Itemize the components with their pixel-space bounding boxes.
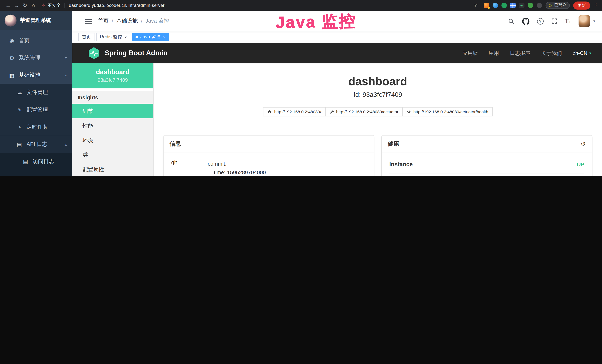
sba-nav-about[interactable]: 关于我们 xyxy=(541,50,562,57)
chevron-down-icon[interactable]: ▾ xyxy=(593,19,595,23)
sba-instance-header[interactable]: dashboard 93a3fc7f7409 xyxy=(72,64,153,88)
extension-leaf-icon[interactable] xyxy=(528,3,533,8)
sidebar-item-file-management[interactable]: ☁ 文件管理 xyxy=(0,84,72,101)
sidebar-item-label: 基础设施 xyxy=(19,72,40,78)
breadcrumb-home[interactable]: 首页 xyxy=(98,18,109,24)
extension-green-icon[interactable] xyxy=(502,3,507,8)
browser-menu-icon[interactable]: ⋮ xyxy=(593,0,598,11)
sba-body: dashboard 93a3fc7f7409 Insights 细节 性能 环境… xyxy=(72,64,602,176)
sba-logo-icon xyxy=(87,47,100,60)
sba-nav-applications[interactable]: 应用 xyxy=(489,50,499,57)
browser-toolbar: ← → ↻ ⌂ ⚠ 不安全 dashboard.yudao.iocoder.cn… xyxy=(0,0,602,11)
search-icon[interactable] xyxy=(508,18,514,24)
address-bar-divider xyxy=(64,3,65,8)
sidebar-item-system-management[interactable]: ⚙ 系统管理 ▾ xyxy=(0,49,72,66)
chevron-down-icon: ▾ xyxy=(65,56,67,60)
sba-content: dashboard Id: 93a3fc7f7409 http://192.16… xyxy=(153,64,602,176)
sba-item-environment[interactable]: 环境 xyxy=(72,133,153,147)
screen: ← → ↻ ⌂ ⚠ 不安全 dashboard.yudao.iocoder.cn… xyxy=(0,0,602,176)
paused-badge[interactable]: ☺ 已暂停 xyxy=(546,2,570,9)
breadcrumb-infrastructure[interactable]: 基础设施 xyxy=(116,18,138,24)
sidebar-item-label: 系统管理 xyxy=(19,54,40,61)
health-url-button[interactable]: http://192.168.0.2:48080/actuator/health xyxy=(402,107,493,117)
info-key: git xyxy=(171,159,208,176)
right-column: 健康 ↺ Instance UP xyxy=(382,136,592,176)
sidebar-item-scheduled-tasks[interactable]: ◔ 定时任务 xyxy=(0,118,72,136)
tab-java-monitor[interactable]: Java 监控 × xyxy=(132,33,169,41)
sidebar-item-home[interactable]: ◉ 首页 xyxy=(0,32,72,49)
page-subtitle: Id: 93a3fc7f7409 xyxy=(153,91,602,99)
sba-item-details[interactable]: 细节 xyxy=(72,104,153,118)
font-size-icon[interactable]: TT xyxy=(565,18,571,24)
bookmark-star-icon[interactable]: ☆ xyxy=(472,0,480,11)
health-instance-label: Instance xyxy=(389,161,413,167)
browser-reload-icon[interactable]: ↻ xyxy=(21,0,29,11)
tab-label: Redis 监控 xyxy=(100,34,122,40)
sba-locale-select[interactable]: zh-CN ▾ xyxy=(573,50,591,56)
app-title: 芋道管理系统 xyxy=(20,17,51,24)
sba-header: Spring Boot Admin 应用墙 应用 日志报表 关于我们 zh-CN… xyxy=(72,43,602,64)
user-avatar[interactable] xyxy=(579,15,590,27)
main-area: Java 监控 首页 / 基础设施 / Java 监控 ? TT xyxy=(72,11,602,176)
health-url-label: http://192.168.0.2:48080/actuator/health xyxy=(413,109,488,114)
extension-on-badge[interactable]: on xyxy=(519,3,525,8)
hamburger-icon[interactable] xyxy=(85,19,92,23)
tab-label: Java 监控 xyxy=(140,34,161,40)
tab-redis-monitor[interactable]: Redis 监控 × xyxy=(97,33,130,41)
close-icon[interactable]: × xyxy=(163,35,165,39)
health-instance-row[interactable]: Instance UP xyxy=(389,159,584,174)
document-icon: ▤ xyxy=(22,158,29,164)
sidebar-item-label: API 日志 xyxy=(27,141,47,148)
chevron-up-icon: ▴ xyxy=(65,73,67,77)
sidebar-item-config-management[interactable]: ✎ 配置管理 xyxy=(0,101,72,118)
extension-drop-icon[interactable] xyxy=(493,3,498,8)
navbar-actions: ? TT ▾ xyxy=(508,15,602,27)
browser-back-icon[interactable]: ← xyxy=(4,0,12,11)
tab-home[interactable]: 首页 xyxy=(78,33,94,41)
sba-nav-wallboard[interactable]: 应用墙 xyxy=(462,50,478,57)
browser-home-icon[interactable]: ⌂ xyxy=(29,0,38,11)
sidebar-item-api-logs[interactable]: ▤ API 日志 ▴ xyxy=(0,136,72,153)
help-icon[interactable]: ? xyxy=(537,18,543,24)
sidebar-item-error-logs[interactable]: ▤ 错误日志 xyxy=(0,170,72,176)
sidebar-item-label: 文件管理 xyxy=(27,89,48,96)
sba-item-performance[interactable]: 性能 xyxy=(72,118,153,133)
extension-grid-icon[interactable] xyxy=(510,3,516,8)
sba-item-classes[interactable]: 类 xyxy=(72,147,153,162)
sba-brand-label: Spring Boot Admin xyxy=(105,49,167,57)
instance-links: http://192.168.0.2:48080/ http://192.168… xyxy=(153,107,602,117)
edit-icon: ✎ xyxy=(16,107,23,113)
actuator-url-button[interactable]: http://192.168.0.2:48080/actuator xyxy=(325,107,402,117)
fullscreen-icon[interactable] xyxy=(551,18,557,24)
extension-paw-icon[interactable] xyxy=(537,3,542,8)
sba-brand[interactable]: Spring Boot Admin xyxy=(87,47,167,60)
security-warning[interactable]: ⚠ 不安全 xyxy=(42,2,61,8)
sidebar-item-label: 访问日志 xyxy=(33,158,54,165)
app-logo[interactable]: 芋道管理系统 xyxy=(0,11,72,30)
git-commit-time: time: 1596289704000 xyxy=(208,168,266,176)
service-url-button[interactable]: http://192.168.0.2:48080/ xyxy=(263,107,325,117)
address-bar[interactable]: dashboard.yudao.iocoder.cn/infra/admin-s… xyxy=(69,3,164,8)
instance-id: 93a3fc7f7409 xyxy=(72,77,153,83)
insights-group: Insights 细节 性能 环境 类 配置属性 计划任务 xyxy=(72,91,153,176)
sba-sidebar: dashboard 93a3fc7f7409 Insights 细节 性能 环境… xyxy=(72,64,153,176)
tab-label: 首页 xyxy=(82,34,91,40)
sidebar-item-access-logs[interactable]: ▤ 访问日志 xyxy=(0,153,72,170)
sba-item-config-properties[interactable]: 配置属性 xyxy=(72,162,153,176)
sba-nav: 应用墙 应用 日志报表 关于我们 zh-CN ▾ xyxy=(462,50,591,57)
update-button[interactable]: 更新 xyxy=(573,1,590,9)
github-icon[interactable] xyxy=(522,17,529,25)
sba-nav-journal[interactable]: 日志报表 xyxy=(510,50,530,57)
insights-section-label: Insights xyxy=(72,91,153,104)
sidebar-item-label: 定时任务 xyxy=(27,124,48,130)
app-shell: 芋道管理系统 ◉ 首页 ⚙ 系统管理 ▾ ▦ 基础设施 ▴ ☁ xyxy=(0,11,602,176)
sidebar-item-infrastructure[interactable]: ▦ 基础设施 ▴ xyxy=(0,66,72,84)
chevron-up-icon: ▴ xyxy=(65,142,67,146)
page-title: dashboard xyxy=(153,75,602,88)
extension-fox-icon[interactable] xyxy=(484,3,489,8)
close-icon[interactable]: × xyxy=(124,35,127,39)
history-icon[interactable]: ↺ xyxy=(581,140,586,147)
browser-forward-icon[interactable]: → xyxy=(12,0,21,11)
cloud-icon: ☁ xyxy=(16,89,23,95)
git-commit-label: commit: xyxy=(208,159,266,168)
